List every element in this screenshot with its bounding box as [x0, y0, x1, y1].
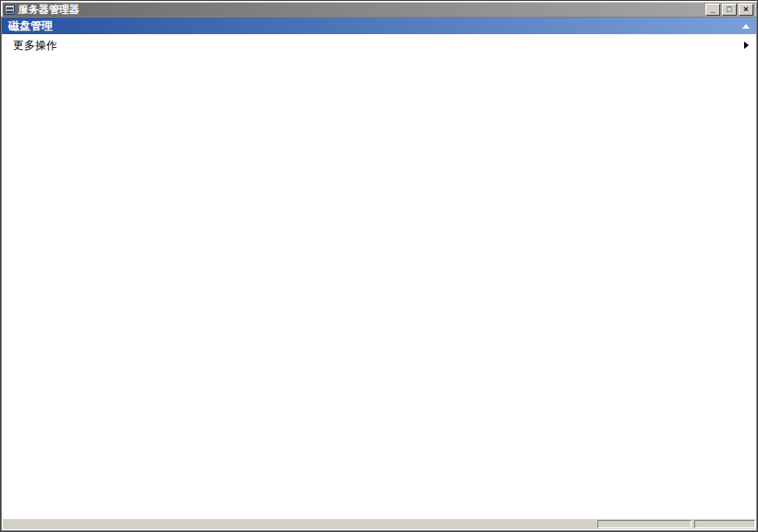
- collapse-section-icon[interactable]: [742, 24, 750, 29]
- actions-panel-body: 磁盘管理 更多操作: [1, 17, 757, 531]
- more-actions-item[interactable]: 更多操作: [2, 34, 756, 56]
- status-bar-section: [694, 520, 755, 528]
- window-title: 服务器管理器: [18, 3, 704, 17]
- restore-button[interactable]: □: [722, 4, 737, 16]
- status-bar: [3, 518, 755, 529]
- app-icon: [5, 5, 15, 15]
- submenu-arrow-icon: [744, 42, 749, 49]
- status-bar-section: [597, 520, 692, 528]
- close-button[interactable]: ×: [739, 4, 753, 16]
- actions-section-disk-management[interactable]: 磁盘管理: [2, 18, 756, 34]
- title-bar[interactable]: 服务器管理器 _ □ ×: [3, 3, 755, 17]
- minimize-button[interactable]: _: [705, 4, 720, 16]
- actions-panel: 操作 磁盘管理 更多操作: [1, 1, 186, 466]
- server-manager-window: 服务器管理器 _ □ × 文件(F) 操作(A) 查看(V) 帮助(H): [0, 0, 758, 532]
